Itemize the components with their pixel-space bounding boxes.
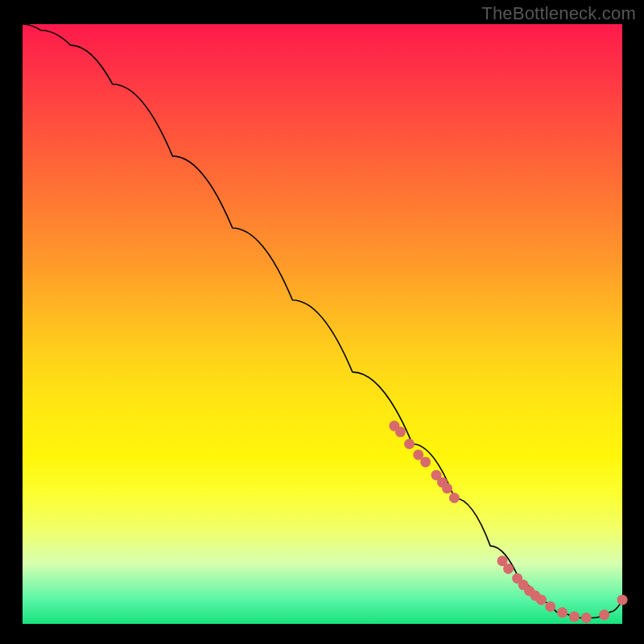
data-point (536, 595, 547, 605)
data-point (503, 564, 514, 574)
plot-area (23, 24, 622, 624)
watermark-text: TheBottleneck.com (481, 3, 636, 24)
data-point (420, 456, 431, 467)
bottleneck-curve-path (23, 24, 622, 618)
chart-svg (23, 24, 622, 624)
data-point (569, 612, 580, 622)
data-point (599, 609, 609, 620)
data-point (581, 613, 592, 623)
data-point (442, 483, 452, 493)
chart-stage: TheBottleneck.com (0, 0, 644, 644)
data-point (449, 493, 460, 503)
data-point (557, 607, 568, 617)
data-point (617, 595, 628, 605)
data-point (395, 427, 406, 437)
data-point (404, 439, 415, 449)
data-point (545, 601, 555, 612)
marked-points-group (389, 421, 627, 623)
